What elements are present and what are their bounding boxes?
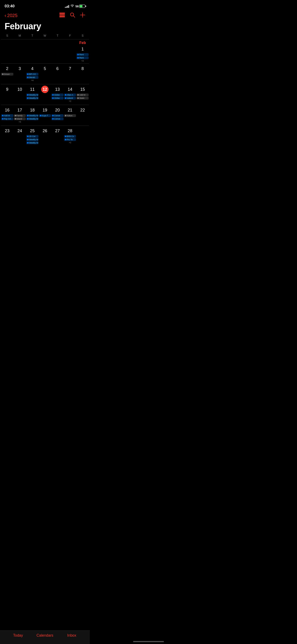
add-icon[interactable] [80,12,85,19]
event-label: Weekly M [29,118,38,120]
event-label: Conve [54,114,60,117]
calendar-day[interactable] [39,40,51,62]
calendar-day[interactable] [1,40,14,62]
event-dot [2,118,4,120]
calendar-day[interactable]: 16Add MPay OA [1,106,14,124]
more-events[interactable]: +2 [64,100,76,102]
calendar-day[interactable]: 3 [14,64,26,83]
event-pill[interactable]: JD Cor [26,135,38,138]
calendar-day[interactable]: 22 [76,106,89,124]
calendar-day[interactable]: 19Kuya T [39,106,51,124]
event-label: Family [16,114,23,117]
calendar-grid: Feb1RentRent+22Groun34BPI CCMeralc+45678… [0,39,90,146]
calendar-day[interactable] [26,40,39,62]
calendar-day[interactable]: 14Allan AValenti+2 [64,85,76,104]
calendar-day[interactable]: 17FamilyIsland+3 [14,106,26,124]
event-pill[interactable]: Allan A [64,94,76,96]
event-label: BFB Co [67,135,74,138]
calendar-day[interactable]: 20ConveConve [51,106,64,124]
event-pill[interactable]: Valenti [64,97,76,100]
day-events: Weekly MWeekly M [26,114,38,120]
event-pill[interactable]: Rent [76,53,89,56]
calendar-day[interactable]: 10 [14,85,26,104]
calendar-day[interactable]: 8 [76,64,89,83]
event-pill[interactable]: Weekly M [26,97,38,100]
year-label: 2025 [7,13,18,18]
event-dot [27,118,28,120]
day-number: 7 [66,65,74,72]
calendar-day[interactable]: 18Weekly MWeekly M [26,106,39,124]
calendar-day[interactable]: 15Add MStatic [76,85,89,104]
more-events[interactable]: +3 [14,121,26,123]
event-pill[interactable]: Island [14,118,26,120]
calendar-day[interactable]: 4BPI CCMeralc+4 [26,64,39,83]
calendar-week-4: 232425JD CorWeekly MWeekly M262728BFB Co… [1,126,89,146]
calendar-week-2: 91011Weekly MWeekly M1213GlobeGlobe14All… [1,84,89,105]
event-label: Weekly M [29,142,38,144]
event-label: Add M [79,94,85,96]
calendar-day[interactable]: 13GlobeGlobe [51,85,64,104]
calendar-day[interactable]: 7 [64,64,76,83]
event-pill[interactable]: Groun [1,73,13,76]
day-number: 5 [41,65,48,72]
calendar-day[interactable]: 27 [51,127,64,145]
event-pill[interactable]: Rent [76,56,89,59]
event-pill[interactable]: Conve [51,114,64,117]
calendar-day[interactable]: 2Groun [1,64,14,83]
event-pill[interactable]: Conve [51,118,64,120]
event-dot [65,139,66,140]
list-view-icon[interactable] [60,13,65,18]
event-pill[interactable]: Family [14,114,26,117]
event-pill[interactable]: Globe [51,97,64,100]
calendar-day[interactable] [64,40,76,62]
event-dot [52,98,54,99]
back-button[interactable]: ‹ 2025 [4,13,18,18]
search-icon[interactable] [70,12,75,19]
day-number: 17 [16,106,24,114]
event-pill[interactable]: Weekly M [26,142,38,144]
event-label: Globe [54,94,60,96]
event-pill[interactable]: Kuya T [39,114,51,117]
calendar-day[interactable]: 6 [51,64,64,83]
calendar-day[interactable]: 11Weekly MWeekly M [26,85,39,104]
event-pill[interactable]: BFB Co [64,135,76,138]
calendar-day[interactable]: 24 [14,127,26,145]
event-pill[interactable]: Globe [51,94,64,96]
day-headers: SMTWTFS [0,33,90,38]
calendar-day[interactable]: 25JD CorWeekly MWeekly M [26,127,39,145]
event-pill[interactable]: Weekly M [26,118,38,120]
event-pill[interactable]: Meralc [26,76,38,79]
calendar-day[interactable]: 21Yukon [64,106,76,124]
day-number: 24 [16,127,24,134]
calendar-day[interactable]: 26 [39,127,51,145]
calendar-day[interactable]: 9 [1,85,14,104]
calendar-day[interactable]: 28BFB CoPru Te+2 [64,127,76,145]
more-events[interactable]: +2 [64,142,76,144]
calendar-day[interactable]: 12 [39,85,51,104]
calendar-week-0: Feb1RentRent+2 [1,39,89,63]
event-pill[interactable]: Weekly M [26,114,38,117]
event-pill[interactable]: Weekly M [26,94,38,96]
calendar-day[interactable]: 23 [1,127,14,145]
calendar-day[interactable]: Feb1RentRent+2 [76,40,89,62]
event-pill[interactable]: Yukon [64,114,76,117]
calendar-day[interactable] [14,40,26,62]
day-number-empty [28,41,36,48]
calendar-day[interactable] [51,40,64,62]
event-pill[interactable]: Add M [76,94,89,96]
day-number-empty [54,41,61,48]
event-pill[interactable]: Pay OA [1,118,13,120]
event-label: Island [16,118,22,120]
calendar-day[interactable]: 5 [39,64,51,83]
more-events[interactable]: +2 [76,60,89,62]
more-events[interactable]: +4 [26,79,38,82]
event-pill[interactable]: Add M [1,114,13,117]
event-pill[interactable]: BPI CC [26,73,38,76]
event-dot [52,115,54,116]
calendar-day[interactable] [76,127,89,145]
event-pill[interactable]: Weekly M [26,138,38,141]
event-pill[interactable]: Pru Te [64,138,76,141]
event-label: Weekly M [29,94,38,96]
day-number: 19 [41,106,48,114]
event-pill[interactable]: Static [76,97,89,100]
